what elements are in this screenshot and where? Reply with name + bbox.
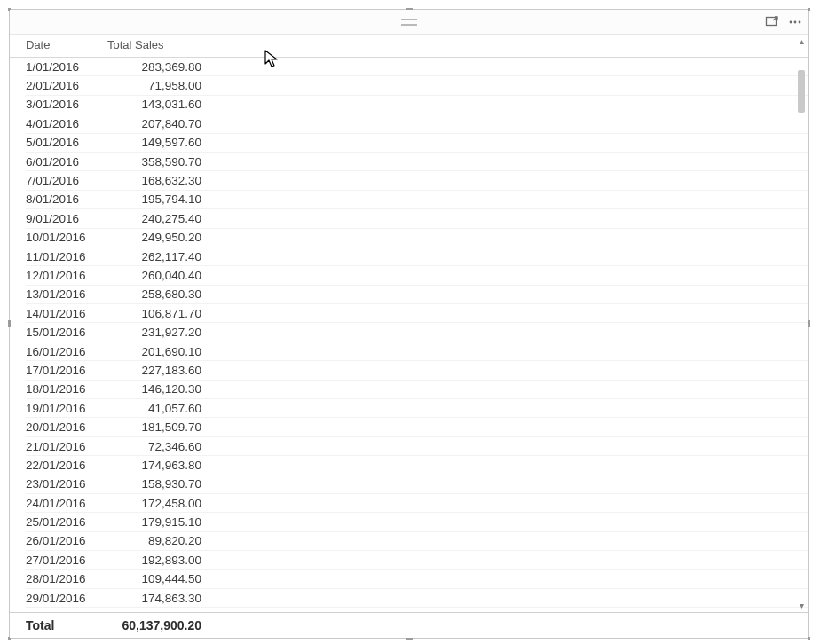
cell-date: 10/01/2016 — [26, 231, 107, 244]
table-row[interactable]: 28/01/2016109,444.50 — [26, 570, 808, 589]
cell-sales: 89,820.20 — [107, 534, 207, 547]
table-row[interactable]: 17/01/2016227,183.60 — [26, 361, 808, 380]
table-row[interactable]: 20/01/2016181,509.70 — [26, 418, 808, 436]
cell-sales: 192,893.00 — [107, 554, 207, 567]
scroll-up-arrow-icon[interactable]: ▴ — [796, 36, 807, 47]
cell-date: 19/01/2016 — [26, 402, 107, 415]
table-row[interactable]: 12/01/2016260,040.40 — [26, 266, 808, 285]
cell-date: 7/01/2016 — [26, 174, 107, 187]
table-row[interactable]: 7/01/2016168,632.30 — [26, 171, 808, 190]
scroll-track[interactable] — [798, 49, 805, 599]
cell-date: 14/01/2016 — [26, 307, 107, 320]
cell-date: 1/01/2016 — [26, 60, 107, 74]
table-visual[interactable]: Date Total Sales 1/01/2016283,369.802/01… — [9, 9, 809, 639]
scroll-thumb[interactable] — [798, 70, 805, 113]
visual-header-actions — [764, 10, 803, 34]
table-row[interactable]: 23/01/2016158,930.70 — [26, 475, 808, 494]
table-row[interactable]: 11/01/2016262,117.40 — [26, 247, 808, 266]
table-row[interactable]: 1/01/2016283,369.80 — [26, 58, 808, 76]
visual-header — [10, 10, 808, 35]
cell-sales: 358,590.70 — [107, 155, 207, 169]
focus-mode-icon[interactable] — [764, 14, 780, 30]
cell-date: 25/01/2016 — [26, 515, 107, 529]
cell-sales: 71,958.00 — [107, 79, 207, 92]
total-value: 60,137,900.20 — [107, 618, 207, 632]
table-row[interactable]: 15/01/2016231,927.20 — [26, 323, 808, 342]
cell-date: 5/01/2016 — [26, 136, 107, 149]
table-row[interactable]: 16/01/2016201,690.10 — [26, 342, 808, 361]
cell-date: 29/01/2016 — [26, 592, 107, 605]
table-row[interactable]: 4/01/2016207,840.70 — [26, 114, 808, 133]
table-row[interactable]: 8/01/2016195,794.10 — [26, 191, 808, 209]
table-row[interactable]: 18/01/2016146,120.30 — [26, 381, 808, 399]
cell-date: 8/01/2016 — [26, 192, 107, 206]
column-header-sales[interactable]: Total Sales — [107, 38, 207, 51]
table-row[interactable]: 13/01/2016258,680.30 — [26, 286, 808, 304]
more-options-icon[interactable] — [787, 14, 803, 30]
cell-sales: 143,031.60 — [107, 98, 207, 111]
cell-date: 20/01/2016 — [26, 420, 107, 434]
svg-point-2 — [794, 20, 797, 23]
cell-sales: 195,794.10 — [107, 192, 207, 206]
cell-sales: 106,871.70 — [107, 307, 207, 320]
table-row[interactable]: 26/01/201689,820.20 — [26, 532, 808, 551]
cell-sales: 179,915.10 — [107, 515, 207, 529]
table-row[interactable]: 24/01/2016172,458.00 — [26, 494, 808, 513]
cell-sales: 168,632.30 — [107, 174, 207, 187]
cell-sales: 283,369.80 — [107, 60, 207, 74]
cell-date: 2/01/2016 — [26, 79, 107, 92]
table-row[interactable]: 14/01/2016106,871.70 — [26, 304, 808, 323]
cell-date: 15/01/2016 — [26, 326, 107, 339]
table-row[interactable]: 6/01/2016358,590.70 — [26, 153, 808, 171]
cell-sales: 201,690.10 — [107, 345, 207, 358]
table-row[interactable]: 9/01/2016240,275.40 — [26, 209, 808, 228]
cell-sales: 72,346.60 — [107, 440, 207, 453]
table-row[interactable]: 10/01/2016249,950.20 — [26, 229, 808, 247]
cell-date: 26/01/2016 — [26, 534, 107, 547]
cell-date: 4/01/2016 — [26, 117, 107, 130]
cell-sales: 260,040.40 — [107, 269, 207, 282]
cell-sales: 174,863.30 — [107, 592, 207, 605]
svg-point-1 — [790, 20, 792, 23]
cell-date: 12/01/2016 — [26, 269, 107, 282]
total-row: Total 60,137,900.20 — [10, 612, 808, 638]
table-row[interactable]: 25/01/2016179,915.10 — [26, 513, 808, 531]
cell-sales: 249,950.20 — [107, 231, 207, 244]
table-row[interactable]: 2/01/201671,958.00 — [26, 76, 808, 95]
column-header-date[interactable]: Date — [26, 38, 107, 51]
cell-date: 23/01/2016 — [26, 477, 107, 491]
cell-date: 17/01/2016 — [26, 364, 107, 377]
table-area: Date Total Sales 1/01/2016283,369.802/01… — [10, 35, 808, 638]
cell-date: 24/01/2016 — [26, 497, 107, 510]
table-row[interactable]: 22/01/2016174,963.80 — [26, 456, 808, 475]
cell-date: 28/01/2016 — [26, 572, 107, 585]
cell-date: 6/01/2016 — [26, 155, 107, 169]
cell-sales: 146,120.30 — [107, 382, 207, 396]
drag-grip-icon[interactable] — [401, 19, 417, 26]
table-row[interactable]: 5/01/2016149,597.60 — [26, 134, 808, 153]
cell-sales: 227,183.60 — [107, 364, 207, 377]
cell-date: 21/01/2016 — [26, 440, 107, 453]
cell-sales: 207,840.70 — [107, 117, 207, 130]
column-headers: Date Total Sales — [10, 35, 808, 58]
cell-sales: 158,930.70 — [107, 477, 207, 491]
cell-sales: 240,275.40 — [107, 212, 207, 225]
total-label: Total — [26, 618, 107, 632]
cell-date: 18/01/2016 — [26, 382, 107, 396]
cell-sales: 149,597.60 — [107, 136, 207, 149]
table-row[interactable]: 21/01/201672,346.60 — [26, 437, 808, 456]
table-row[interactable]: 27/01/2016192,893.00 — [26, 551, 808, 569]
vertical-scrollbar[interactable]: ▴ ▾ — [796, 36, 807, 611]
table-row[interactable]: 3/01/2016143,031.60 — [26, 96, 808, 114]
scroll-down-arrow-icon[interactable]: ▾ — [796, 601, 807, 611]
cell-date: 27/01/2016 — [26, 554, 107, 567]
cell-sales: 109,444.50 — [107, 572, 207, 585]
table-row[interactable]: 29/01/2016174,863.30 — [26, 589, 808, 608]
cell-sales: 181,509.70 — [107, 420, 207, 434]
svg-point-3 — [799, 20, 801, 23]
cell-sales: 258,680.30 — [107, 287, 207, 301]
cell-sales: 262,117.40 — [107, 250, 207, 263]
table-row[interactable]: 19/01/201641,057.60 — [26, 399, 808, 418]
table-body[interactable]: 1/01/2016283,369.802/01/201671,958.003/0… — [10, 58, 808, 612]
cell-date: 11/01/2016 — [26, 250, 107, 263]
